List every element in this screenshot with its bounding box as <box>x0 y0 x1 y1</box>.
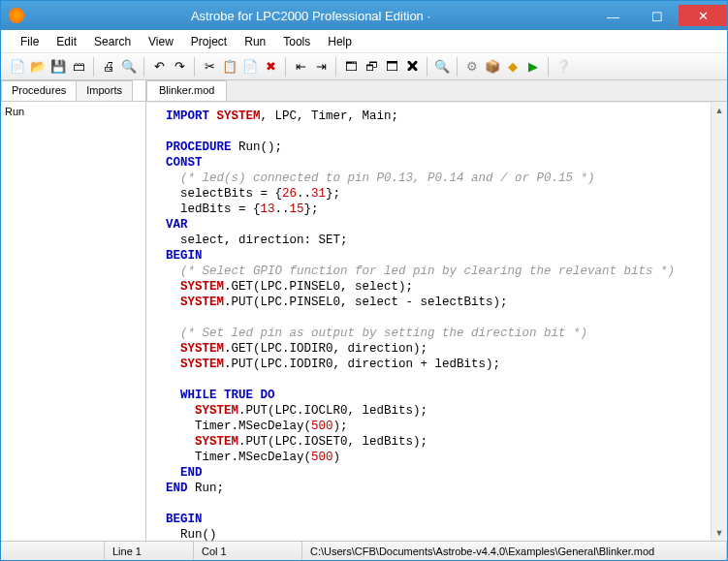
redo-icon[interactable]: ↷ <box>171 58 188 76</box>
separator <box>143 57 144 77</box>
menu-file[interactable]: File <box>20 35 39 48</box>
copy-icon[interactable]: 📋 <box>221 58 238 76</box>
vertical-scrollbar[interactable]: ▲ ▼ <box>711 102 727 541</box>
window2-icon[interactable]: 🗗 <box>363 58 380 76</box>
menu-project[interactable]: Project <box>191 35 227 48</box>
scroll-down-icon[interactable]: ▼ <box>712 524 727 541</box>
scroll-up-icon[interactable]: ▲ <box>712 102 727 118</box>
build1-icon[interactable]: 📦 <box>484 58 501 76</box>
close-button[interactable]: ✕ <box>679 5 727 26</box>
menu-edit[interactable]: Edit <box>56 35 77 48</box>
separator <box>457 57 458 77</box>
window4-icon[interactable]: 🗙 <box>403 58 421 76</box>
save-icon[interactable]: 💾 <box>49 58 67 76</box>
procedures-list[interactable]: Run <box>1 102 145 541</box>
code-editor[interactable]: IMPORT SYSTEM, LPC, Timer, Main; PROCEDU… <box>146 102 727 541</box>
run-icon[interactable]: ▶ <box>524 58 542 76</box>
menu-search[interactable]: Search <box>94 35 131 48</box>
toolbar: 📄 📂 💾 🗃 🖨 🔍 ↶ ↷ ✂ 📋 📄 ✖ ⇤ ⇥ 🗔 🗗 🗖 🗙 🔍 ⚙ … <box>1 53 727 80</box>
minimize-button[interactable]: — <box>591 7 635 26</box>
find-icon[interactable]: 🔍 <box>433 58 451 76</box>
title-bar: Astrobe for LPC2000 Professional Edition… <box>1 1 727 30</box>
gear-icon[interactable]: ⚙ <box>463 58 481 76</box>
outdent-icon[interactable]: ⇤ <box>292 58 309 76</box>
separator <box>285 57 286 77</box>
status-blank <box>1 542 105 560</box>
tab-procedures[interactable]: Procedures <box>1 80 77 101</box>
window1-icon[interactable]: 🗔 <box>342 58 360 76</box>
menu-run[interactable]: Run <box>244 35 266 48</box>
status-line: Line 1 <box>105 542 194 560</box>
code-content[interactable]: IMPORT SYSTEM, LPC, Timer, Main; PROCEDU… <box>166 109 717 541</box>
menu-help[interactable]: Help <box>328 35 352 48</box>
build2-icon[interactable]: ◆ <box>504 58 522 76</box>
maximize-button[interactable]: ☐ <box>635 7 679 26</box>
tab-imports[interactable]: Imports <box>76 80 133 101</box>
paste-icon[interactable]: 📄 <box>241 58 259 76</box>
preview-icon[interactable]: 🔍 <box>120 58 138 76</box>
menu-bar: File Edit Search View Project Run Tools … <box>1 30 727 53</box>
editor-tab[interactable]: Blinker.mod <box>146 80 227 101</box>
indent-icon[interactable]: ⇥ <box>312 58 330 76</box>
app-icon <box>9 8 24 23</box>
separator <box>427 57 427 77</box>
open-icon[interactable]: 📂 <box>29 58 47 76</box>
list-item[interactable]: Run <box>5 106 142 117</box>
separator <box>194 57 195 77</box>
saveall-icon[interactable]: 🗃 <box>70 58 87 76</box>
help-icon[interactable]: ❔ <box>554 58 572 76</box>
menu-tools[interactable]: Tools <box>283 35 310 48</box>
new-icon[interactable]: 📄 <box>9 58 26 76</box>
undo-icon[interactable]: ↶ <box>150 58 168 76</box>
scroll-track[interactable] <box>712 118 727 524</box>
separator <box>335 57 336 77</box>
menu-view[interactable]: View <box>148 35 174 48</box>
cut-icon[interactable]: ✂ <box>201 58 218 76</box>
window-title: Astrobe for LPC2000 Professional Edition… <box>30 9 591 23</box>
side-panel: Procedures Imports Run <box>1 80 146 541</box>
separator <box>548 57 549 77</box>
delete-icon[interactable]: ✖ <box>262 58 279 76</box>
status-path: C:\Users\CFB\Documents\Astrobe-v4.4.0\Ex… <box>302 542 727 560</box>
window3-icon[interactable]: 🗖 <box>383 58 400 76</box>
status-col: Col 1 <box>194 542 302 560</box>
print-icon[interactable]: 🖨 <box>100 58 117 76</box>
status-bar: Line 1 Col 1 C:\Users\CFB\Documents\Astr… <box>1 541 727 560</box>
separator <box>93 57 94 77</box>
